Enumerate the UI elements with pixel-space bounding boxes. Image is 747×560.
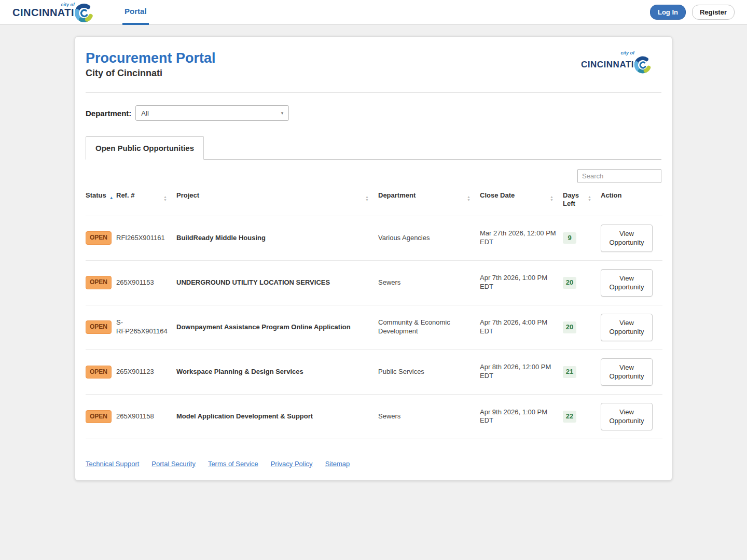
chevron-down-icon: ▾ xyxy=(281,110,284,116)
footer-links: Technical Support Portal Security Terms … xyxy=(86,460,661,468)
department-cell: Community & Economic Development xyxy=(378,305,480,349)
department-cell: Sewers xyxy=(378,394,480,439)
sort-icon: ▲▼ xyxy=(163,195,171,202)
status-badge: OPEN xyxy=(86,366,112,379)
column-header-ref[interactable]: Ref. # ▲▼ xyxy=(116,186,176,216)
project-cell: BuildReady Middle Housing xyxy=(176,216,378,260)
status-badge: OPEN xyxy=(86,231,112,245)
sort-icon: ▲▼ xyxy=(550,195,558,202)
status-badge: OPEN xyxy=(86,276,112,289)
table-row: OPEN 265X901153 UNDERGROUND UTILITY LOCA… xyxy=(86,260,662,305)
ref-cell: RFI265X901161 xyxy=(116,216,176,260)
nav-actions: Log In Register xyxy=(650,5,735,20)
table-header-row: Status ▲ Ref. # ▲▼ Project ▲▼ Department… xyxy=(86,186,662,216)
procurement-portal-card: Procurement Portal City of Cincinnati CI… xyxy=(75,36,672,481)
search-row xyxy=(86,169,661,183)
days-left-badge: 20 xyxy=(563,321,576,333)
search-input[interactable] xyxy=(577,169,661,183)
table-body: OPEN RFI265X901161 BuildReady Middle Hou… xyxy=(86,216,662,439)
cincinnati-logo-card: CINCINNATI city of xyxy=(581,53,653,75)
brand-cityof: city of xyxy=(61,2,75,7)
footer-link-portal-security[interactable]: Portal Security xyxy=(151,460,196,468)
ref-cell: 265X901153 xyxy=(116,260,176,305)
ref-cell: S-RFP265X901164 xyxy=(116,305,176,349)
card-header: Procurement Portal City of Cincinnati CI… xyxy=(86,50,661,79)
view-opportunity-button[interactable]: View Opportunity xyxy=(601,358,653,386)
table-row: OPEN 265X901158 Model Application Develo… xyxy=(86,394,662,439)
header-divider xyxy=(86,92,661,93)
days-left-badge: 21 xyxy=(563,366,576,378)
footer-link-technical-support[interactable]: Technical Support xyxy=(86,460,139,468)
page-title: Procurement Portal xyxy=(86,50,216,66)
footer-link-terms-of-service[interactable]: Terms of Service xyxy=(208,460,258,468)
project-cell: Downpayment Assistance Program Online Ap… xyxy=(176,305,378,349)
table-row: OPEN RFI265X901161 BuildReady Middle Hou… xyxy=(86,216,662,260)
sort-icon: ▲▼ xyxy=(365,195,373,202)
department-cell: Various Agencies xyxy=(378,216,480,260)
project-cell: UNDERGROUND UTILITY LOCATION SERVICES xyxy=(176,260,378,305)
page-subtitle: City of Cincinnati xyxy=(86,68,216,79)
column-header-days-left[interactable]: Days Left ▲▼ xyxy=(563,186,601,216)
close-date-cell: Apr 8th 2026, 12:00 PM EDT xyxy=(480,349,563,394)
department-cell: Public Services xyxy=(378,349,480,394)
days-left-badge: 22 xyxy=(563,411,576,423)
department-filter: Department: All ▾ xyxy=(86,105,661,121)
column-header-action: Action xyxy=(601,186,662,216)
cincinnati-c-icon xyxy=(632,54,653,75)
ref-cell: 265X901123 xyxy=(116,349,176,394)
days-left-badge: 9 xyxy=(563,232,576,244)
sort-ascending-icon: ▲ xyxy=(109,195,114,200)
view-opportunity-button[interactable]: View Opportunity xyxy=(601,269,653,297)
view-opportunity-button[interactable]: View Opportunity xyxy=(601,403,653,430)
close-date-cell: Apr 7th 2026, 1:00 PM EDT xyxy=(480,260,563,305)
view-opportunity-button[interactable]: View Opportunity xyxy=(601,225,653,252)
department-cell: Sewers xyxy=(378,260,480,305)
column-header-project[interactable]: Project ▲▼ xyxy=(176,186,378,216)
register-button[interactable]: Register xyxy=(692,5,735,20)
view-opportunity-button[interactable]: View Opportunity xyxy=(601,314,653,341)
department-select-value: All xyxy=(141,109,148,117)
top-navbar: CINCINNATI city of Portal Log In Registe… xyxy=(0,0,747,25)
close-date-cell: Apr 9th 2026, 1:00 PM EDT xyxy=(480,394,563,439)
status-badge: OPEN xyxy=(86,320,112,334)
status-badge: OPEN xyxy=(86,410,112,424)
column-header-close-date[interactable]: Close Date ▲▼ xyxy=(480,186,563,216)
table-row: OPEN 265X901123 Workspace Planning & Des… xyxy=(86,349,662,394)
days-left-badge: 20 xyxy=(563,277,576,289)
brand-name: CINCINNATI xyxy=(581,60,634,69)
footer-link-sitemap[interactable]: Sitemap xyxy=(325,460,350,468)
tab-open-public-opportunities[interactable]: Open Public Opportunities xyxy=(86,136,204,160)
department-label: Department: xyxy=(86,109,131,118)
cincinnati-logo: CINCINNATI city of xyxy=(12,0,95,24)
project-cell: Model Application Development & Support xyxy=(176,394,378,439)
brand-name: CINCINNATI xyxy=(12,7,74,18)
cincinnati-c-icon xyxy=(73,2,95,24)
project-cell: Workspace Planning & Design Services xyxy=(176,349,378,394)
department-select[interactable]: All ▾ xyxy=(135,105,289,121)
login-button[interactable]: Log In xyxy=(650,5,686,20)
tab-bar: Open Public Opportunities xyxy=(86,136,661,160)
column-header-department[interactable]: Department ▲▼ xyxy=(378,186,480,216)
footer-link-privacy-policy[interactable]: Privacy Policy xyxy=(271,460,313,468)
close-date-cell: Mar 27th 2026, 12:00 PM EDT xyxy=(480,216,563,260)
sort-icon: ▲▼ xyxy=(588,195,596,208)
table-row: OPEN S-RFP265X901164 Downpayment Assista… xyxy=(86,305,662,349)
nav-tab-portal[interactable]: Portal xyxy=(122,0,149,25)
ref-cell: 265X901158 xyxy=(116,394,176,439)
opportunities-table: Status ▲ Ref. # ▲▼ Project ▲▼ Department… xyxy=(86,186,662,439)
sort-icon: ▲▼ xyxy=(467,195,475,202)
column-header-status[interactable]: Status ▲ xyxy=(86,186,116,216)
close-date-cell: Apr 7th 2026, 4:00 PM EDT xyxy=(480,305,563,349)
brand-cityof: city of xyxy=(620,50,634,55)
